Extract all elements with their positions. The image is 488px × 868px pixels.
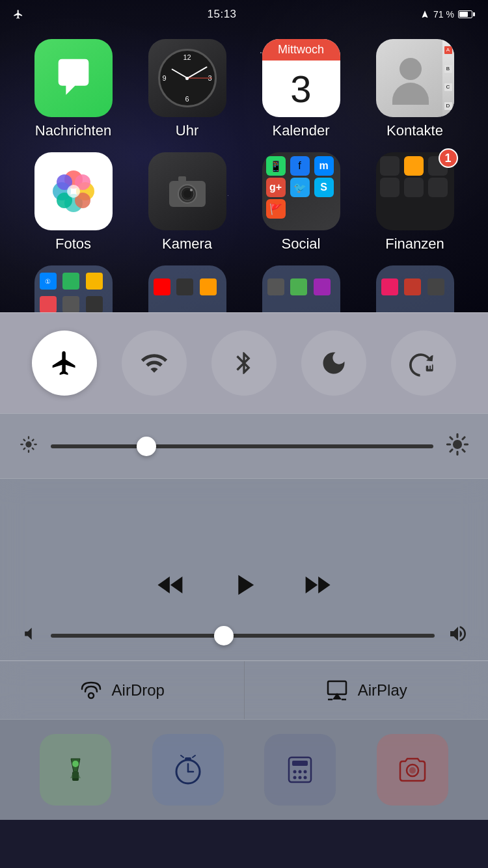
timer-icon: [170, 752, 206, 787]
calculator-icon: [284, 753, 316, 786]
svg-point-16: [453, 439, 462, 448]
svg-rect-18: [328, 681, 346, 694]
airplay-button[interactable]: AirPlay: [245, 661, 489, 719]
battery-percentage: 71 %: [433, 9, 454, 20]
app-social[interactable]: 📱 f m g+ 🐦 S 🚩 Social: [247, 152, 355, 252]
volume-slider[interactable]: [51, 634, 435, 638]
status-right: 71 %: [420, 9, 475, 20]
app-uhr-label: Uhr: [176, 122, 198, 139]
airplane-icon: [13, 9, 23, 20]
photos-icon: [47, 165, 100, 217]
calendar-day: 3: [290, 61, 311, 117]
flashlight-button[interactable]: [40, 734, 111, 806]
airdrop-icon: [79, 679, 103, 702]
svg-point-15: [25, 441, 31, 447]
svg-point-36: [304, 776, 307, 780]
speaker-low-icon: [20, 625, 38, 643]
app-kalender-label: Kalender: [272, 122, 329, 139]
rotation-lock-icon: [409, 349, 438, 377]
svg-rect-14: [178, 176, 186, 182]
sun-large-icon: [446, 433, 468, 455]
wifi-icon: [140, 349, 169, 377]
volume-row: [0, 623, 488, 647]
brightness-low-icon: [20, 435, 38, 457]
app-grid: Nachrichten 12 3 6 9: [0, 33, 488, 312]
svg-point-8: [67, 185, 80, 198]
air-row: AirDrop AirPlay: [0, 660, 488, 719]
status-left: [13, 9, 23, 20]
volume-high-icon: [448, 623, 468, 647]
speaker-high-icon: [448, 623, 468, 644]
airplane-toggle-icon: [50, 349, 79, 377]
media-controls: [154, 568, 334, 604]
volume-low-icon: [20, 625, 38, 646]
battery-icon: [458, 10, 475, 18]
svg-point-32: [299, 770, 302, 774]
bluetooth-button[interactable]: [211, 331, 277, 396]
media-area: [0, 478, 488, 660]
svg-point-12: [183, 190, 191, 198]
camera-icon: [164, 168, 211, 215]
calendar-month: Mittwoch: [262, 39, 340, 61]
svg-point-24: [72, 761, 79, 767]
sun-small-icon: [20, 435, 38, 454]
rewind-icon: [154, 568, 188, 602]
airdrop-button[interactable]: AirDrop: [0, 661, 245, 719]
svg-point-17: [88, 693, 94, 698]
app-kamera[interactable]: Kamera: [133, 152, 241, 252]
messages-icon: [51, 55, 96, 101]
app-kontakte-label: Kontakte: [386, 122, 443, 139]
brightness-high-icon: [446, 433, 468, 459]
app-folder1[interactable]: ①: [20, 265, 127, 312]
app-finanzen[interactable]: 1 Finanzen: [361, 152, 468, 252]
wifi-button[interactable]: [122, 331, 187, 396]
rewind-button[interactable]: [154, 568, 188, 604]
svg-point-13: [190, 189, 193, 191]
airplay-icon: [325, 679, 349, 702]
home-screen: 15:13 71 % Nachrichten: [0, 0, 488, 312]
play-icon: [227, 568, 261, 602]
app-kamera-label: Kamera: [162, 236, 212, 252]
timer-button[interactable]: [152, 734, 224, 806]
camera-shortcut-button[interactable]: [377, 734, 448, 806]
calculator-button[interactable]: [264, 734, 336, 806]
brightness-row: [0, 413, 488, 478]
play-button[interactable]: [227, 568, 261, 604]
rotation-lock-button[interactable]: [391, 331, 456, 396]
airdrop-label: AirDrop: [112, 681, 165, 699]
fast-forward-button[interactable]: [300, 568, 334, 604]
do-not-disturb-button[interactable]: [301, 331, 366, 396]
finanzen-badge: 1: [439, 148, 458, 168]
svg-point-38: [409, 767, 416, 774]
app-kontakte[interactable]: A B C D Kontakte: [361, 39, 468, 139]
app-finanzen-label: Finanzen: [385, 236, 444, 252]
bluetooth-icon: [231, 349, 257, 377]
app-kalender[interactable]: Mittwoch 3 Kalender: [247, 39, 355, 139]
app-fotos[interactable]: Fotos: [20, 152, 127, 252]
app-social-label: Social: [282, 236, 321, 252]
airplane-mode-button[interactable]: [32, 331, 97, 396]
svg-point-35: [299, 776, 302, 780]
app-nachrichten-label: Nachrichten: [35, 122, 111, 139]
camera-shortcut-icon: [395, 752, 430, 787]
toggle-row: [0, 312, 488, 413]
fast-forward-icon: [300, 568, 334, 602]
control-center: AirDrop AirPlay: [0, 312, 488, 868]
app-folder3[interactable]: [247, 265, 355, 312]
svg-marker-23: [70, 772, 81, 778]
app-uhr[interactable]: 12 3 6 9 Uhr: [133, 39, 241, 139]
location-icon: [420, 10, 429, 19]
brightness-slider[interactable]: [51, 444, 433, 448]
status-time: 15:13: [208, 8, 237, 21]
moon-icon: [319, 349, 348, 377]
svg-rect-26: [185, 757, 191, 760]
svg-point-31: [293, 770, 297, 774]
svg-point-34: [293, 776, 297, 780]
flashlight-icon: [59, 753, 92, 786]
app-folder4[interactable]: aa: [361, 265, 468, 312]
app-nachrichten[interactable]: Nachrichten: [20, 39, 127, 139]
status-bar: 15:13 71 %: [0, 0, 488, 29]
app-folder2[interactable]: [133, 265, 241, 312]
shortcut-row: [0, 719, 488, 820]
svg-line-28: [193, 755, 195, 757]
